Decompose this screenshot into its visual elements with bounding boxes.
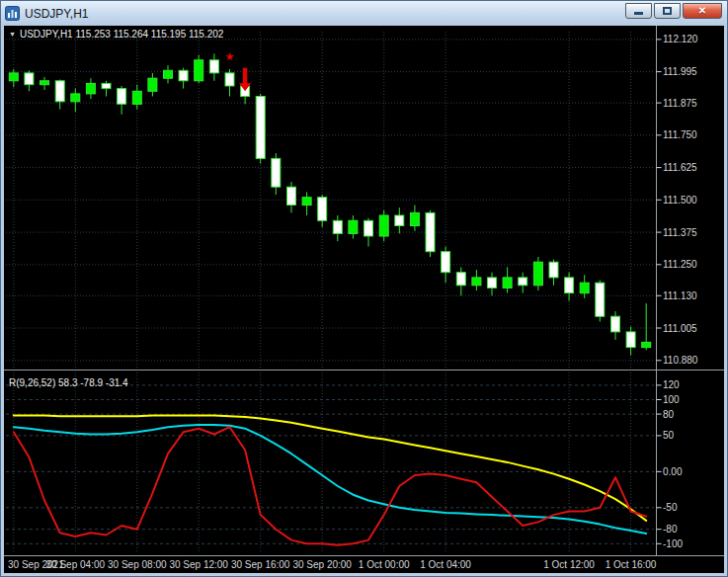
svg-text:111.250: 111.250	[663, 259, 697, 270]
close-button[interactable]: ✕	[683, 3, 722, 19]
one-click-trading-arrow[interactable]: ▼	[9, 31, 16, 38]
close-icon: ✕	[698, 6, 706, 16]
annotation-star: ★	[225, 50, 235, 62]
svg-text:30 Sep 08:00: 30 Sep 08:00	[108, 559, 167, 570]
time-axis-labels: 30 Sep 202130 Sep 04:0030 Sep 08:0030 Se…	[8, 559, 657, 570]
svg-text:80: 80	[663, 409, 675, 420]
minimize-icon	[634, 12, 643, 15]
chart-area[interactable]: ★112.120111.995111.875111.750111.625111.…	[4, 26, 724, 573]
svg-text:111.995: 111.995	[663, 66, 697, 77]
svg-text:1 Oct 00:00: 1 Oct 00:00	[359, 559, 410, 570]
app-icon	[5, 6, 20, 21]
slow-line	[14, 416, 646, 521]
svg-text:111.375: 111.375	[663, 227, 697, 238]
svg-text:30 Sep 12:00: 30 Sep 12:00	[169, 559, 228, 570]
maximize-icon	[663, 7, 672, 15]
chart-svg[interactable]: ★112.120111.995111.875111.750111.625111.…	[4, 26, 724, 573]
maximize-button[interactable]	[654, 3, 681, 19]
indicator-axis-labels: 12010080500.00-50-80-100	[657, 379, 684, 548]
svg-text:120: 120	[663, 379, 680, 390]
minimize-button[interactable]	[625, 3, 652, 19]
svg-text:-80: -80	[663, 524, 678, 535]
svg-text:30 Sep 16:00: 30 Sep 16:00	[231, 559, 290, 570]
svg-text:110.880: 110.880	[663, 355, 698, 366]
svg-text:111.625: 111.625	[663, 162, 697, 173]
svg-text:111.500: 111.500	[663, 195, 697, 206]
svg-text:111.875: 111.875	[663, 98, 697, 109]
svg-text:1 Oct 12:00: 1 Oct 12:00	[543, 559, 595, 570]
svg-text:111.130: 111.130	[663, 290, 697, 301]
svg-text:111.750: 111.750	[663, 129, 697, 140]
svg-text:30 Sep 04:00: 30 Sep 04:00	[46, 559, 106, 570]
title-bar[interactable]: USDJPY,H1 ✕	[1, 1, 727, 26]
candlesticks	[9, 53, 650, 355]
svg-text:111.005: 111.005	[663, 323, 697, 334]
application-window: USDJPY,H1 ✕ ★112.120111.995111.875111.75…	[0, 0, 728, 577]
window-controls: ✕	[625, 3, 722, 19]
svg-text:0.00: 0.00	[663, 466, 683, 477]
mid-line	[14, 425, 646, 534]
svg-text:1 Oct 16:00: 1 Oct 16:00	[606, 559, 657, 570]
price-axis-labels: 112.120111.995111.875111.750111.625111.5…	[657, 34, 698, 366]
svg-text:50: 50	[663, 430, 675, 441]
fast-line	[14, 427, 646, 545]
svg-text:-50: -50	[663, 502, 678, 513]
window-title: USDJPY,H1	[25, 7, 625, 21]
svg-text:30 Sep 20:00: 30 Sep 20:00	[292, 559, 352, 570]
svg-text:1 Oct 04:00: 1 Oct 04:00	[420, 559, 471, 570]
svg-text:112.120: 112.120	[663, 34, 698, 44]
pane-separators	[4, 26, 724, 556]
indicator-lines	[14, 416, 646, 545]
svg-text:-100: -100	[663, 538, 683, 549]
svg-text:100: 100	[663, 394, 680, 405]
